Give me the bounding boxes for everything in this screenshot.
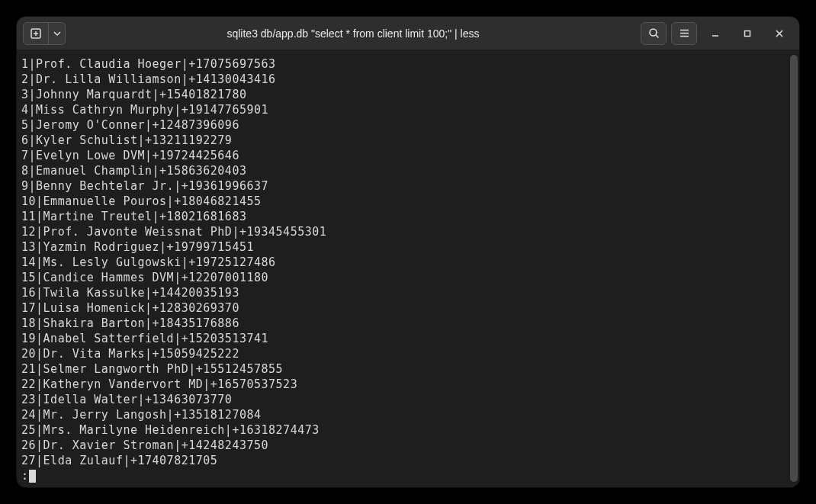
chevron-down-icon <box>53 30 61 37</box>
terminal-area[interactable]: 1|Prof. Claudia Hoeger|+17075697563 2|Dr… <box>17 50 799 487</box>
maximize-button[interactable] <box>734 22 761 45</box>
search-button[interactable] <box>641 22 667 45</box>
new-tab-button[interactable] <box>23 22 49 45</box>
titlebar-right <box>641 22 793 45</box>
hamburger-icon <box>679 27 690 39</box>
terminal-output: 1|Prof. Claudia Hoeger|+17075697563 2|Dr… <box>21 56 796 468</box>
less-prompt: : <box>21 468 29 483</box>
titlebar-left <box>23 22 66 45</box>
window-title: sqlite3 db/app.db "select * from client … <box>69 27 638 40</box>
minimize-button[interactable] <box>702 22 729 45</box>
search-icon <box>648 27 660 39</box>
minimize-icon <box>711 29 720 38</box>
svg-rect-9 <box>745 30 750 36</box>
svg-line-4 <box>656 35 659 38</box>
new-tab-icon <box>30 27 42 40</box>
less-prompt-line: : <box>21 468 796 483</box>
titlebar: sqlite3 db/app.db "select * from client … <box>17 17 799 50</box>
menu-button[interactable] <box>671 22 697 45</box>
scrollbar[interactable] <box>790 55 798 482</box>
close-icon <box>775 29 784 38</box>
terminal-window: sqlite3 db/app.db "select * from client … <box>17 17 799 487</box>
new-tab-dropdown[interactable] <box>49 22 66 45</box>
close-button[interactable] <box>766 22 793 45</box>
cursor <box>29 470 36 483</box>
svg-point-3 <box>650 29 657 36</box>
maximize-icon <box>743 29 752 38</box>
